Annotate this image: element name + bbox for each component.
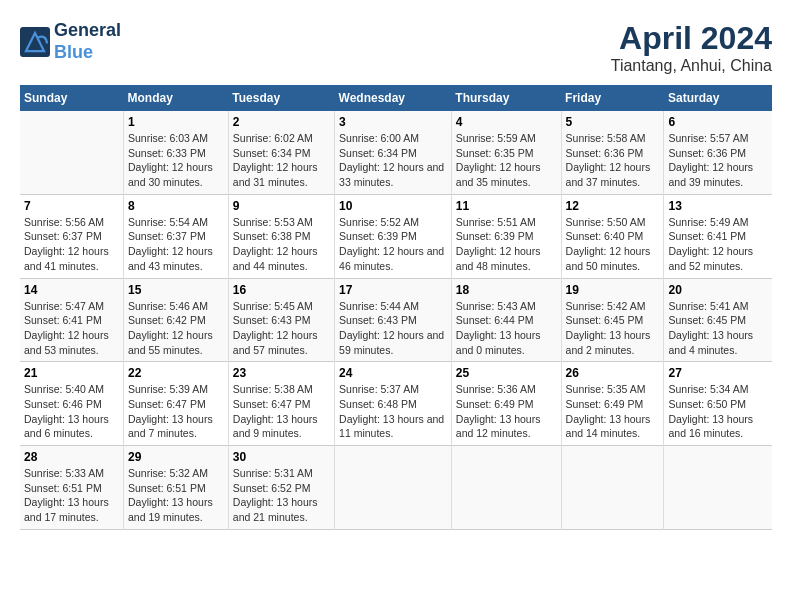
calendar-day-cell: 25Sunrise: 5:36 AMSunset: 6:49 PMDayligh… <box>451 362 561 446</box>
day-info: Sunrise: 5:34 AMSunset: 6:50 PMDaylight:… <box>668 382 768 441</box>
day-number: 7 <box>24 199 119 213</box>
day-number: 12 <box>566 199 660 213</box>
calendar-title: April 2024 <box>611 20 772 57</box>
day-info: Sunrise: 5:33 AMSunset: 6:51 PMDaylight:… <box>24 466 119 525</box>
day-of-week-header: Saturday <box>664 85 772 111</box>
day-info: Sunrise: 5:42 AMSunset: 6:45 PMDaylight:… <box>566 299 660 358</box>
day-number: 10 <box>339 199 447 213</box>
day-info: Sunrise: 6:02 AMSunset: 6:34 PMDaylight:… <box>233 131 330 190</box>
calendar-day-cell: 1Sunrise: 6:03 AMSunset: 6:33 PMDaylight… <box>124 111 229 194</box>
day-number: 9 <box>233 199 330 213</box>
day-number: 4 <box>456 115 557 129</box>
day-info: Sunrise: 6:00 AMSunset: 6:34 PMDaylight:… <box>339 131 447 190</box>
day-info: Sunrise: 5:56 AMSunset: 6:37 PMDaylight:… <box>24 215 119 274</box>
calendar-day-cell: 21Sunrise: 5:40 AMSunset: 6:46 PMDayligh… <box>20 362 124 446</box>
day-info: Sunrise: 5:51 AMSunset: 6:39 PMDaylight:… <box>456 215 557 274</box>
calendar-day-cell: 27Sunrise: 5:34 AMSunset: 6:50 PMDayligh… <box>664 362 772 446</box>
logo-icon <box>20 27 50 57</box>
calendar-week-row: 14Sunrise: 5:47 AMSunset: 6:41 PMDayligh… <box>20 278 772 362</box>
calendar-day-cell: 10Sunrise: 5:52 AMSunset: 6:39 PMDayligh… <box>335 194 452 278</box>
day-of-week-header: Friday <box>561 85 664 111</box>
day-of-week-header: Monday <box>124 85 229 111</box>
day-number: 2 <box>233 115 330 129</box>
calendar-day-cell <box>561 446 664 530</box>
calendar-day-cell: 13Sunrise: 5:49 AMSunset: 6:41 PMDayligh… <box>664 194 772 278</box>
day-info: Sunrise: 5:39 AMSunset: 6:47 PMDaylight:… <box>128 382 224 441</box>
day-number: 18 <box>456 283 557 297</box>
calendar-day-cell: 12Sunrise: 5:50 AMSunset: 6:40 PMDayligh… <box>561 194 664 278</box>
day-info: Sunrise: 6:03 AMSunset: 6:33 PMDaylight:… <box>128 131 224 190</box>
day-of-week-header: Wednesday <box>335 85 452 111</box>
day-number: 5 <box>566 115 660 129</box>
day-info: Sunrise: 5:53 AMSunset: 6:38 PMDaylight:… <box>233 215 330 274</box>
calendar-day-cell: 22Sunrise: 5:39 AMSunset: 6:47 PMDayligh… <box>124 362 229 446</box>
logo: General Blue <box>20 20 121 63</box>
day-info: Sunrise: 5:38 AMSunset: 6:47 PMDaylight:… <box>233 382 330 441</box>
day-info: Sunrise: 5:49 AMSunset: 6:41 PMDaylight:… <box>668 215 768 274</box>
calendar-day-cell <box>20 111 124 194</box>
page-header: General Blue April 2024 Tiantang, Anhui,… <box>20 20 772 75</box>
day-number: 28 <box>24 450 119 464</box>
day-number: 1 <box>128 115 224 129</box>
day-number: 22 <box>128 366 224 380</box>
day-info: Sunrise: 5:45 AMSunset: 6:43 PMDaylight:… <box>233 299 330 358</box>
day-number: 3 <box>339 115 447 129</box>
day-number: 26 <box>566 366 660 380</box>
logo-line2: Blue <box>54 42 121 64</box>
day-info: Sunrise: 5:35 AMSunset: 6:49 PMDaylight:… <box>566 382 660 441</box>
calendar-day-cell: 26Sunrise: 5:35 AMSunset: 6:49 PMDayligh… <box>561 362 664 446</box>
day-number: 29 <box>128 450 224 464</box>
day-info: Sunrise: 5:44 AMSunset: 6:43 PMDaylight:… <box>339 299 447 358</box>
calendar-day-cell: 15Sunrise: 5:46 AMSunset: 6:42 PMDayligh… <box>124 278 229 362</box>
day-number: 16 <box>233 283 330 297</box>
day-info: Sunrise: 5:57 AMSunset: 6:36 PMDaylight:… <box>668 131 768 190</box>
day-number: 6 <box>668 115 768 129</box>
calendar-day-cell <box>664 446 772 530</box>
day-info: Sunrise: 5:58 AMSunset: 6:36 PMDaylight:… <box>566 131 660 190</box>
calendar-day-cell: 28Sunrise: 5:33 AMSunset: 6:51 PMDayligh… <box>20 446 124 530</box>
day-number: 17 <box>339 283 447 297</box>
calendar-day-cell: 19Sunrise: 5:42 AMSunset: 6:45 PMDayligh… <box>561 278 664 362</box>
calendar-day-cell: 9Sunrise: 5:53 AMSunset: 6:38 PMDaylight… <box>228 194 334 278</box>
calendar-day-cell: 5Sunrise: 5:58 AMSunset: 6:36 PMDaylight… <box>561 111 664 194</box>
calendar-header-row: SundayMondayTuesdayWednesdayThursdayFrid… <box>20 85 772 111</box>
day-number: 23 <box>233 366 330 380</box>
calendar-day-cell: 7Sunrise: 5:56 AMSunset: 6:37 PMDaylight… <box>20 194 124 278</box>
day-info: Sunrise: 5:36 AMSunset: 6:49 PMDaylight:… <box>456 382 557 441</box>
day-number: 30 <box>233 450 330 464</box>
logo-line1: General <box>54 20 121 42</box>
calendar-day-cell: 14Sunrise: 5:47 AMSunset: 6:41 PMDayligh… <box>20 278 124 362</box>
calendar-day-cell: 3Sunrise: 6:00 AMSunset: 6:34 PMDaylight… <box>335 111 452 194</box>
calendar-day-cell: 30Sunrise: 5:31 AMSunset: 6:52 PMDayligh… <box>228 446 334 530</box>
calendar-day-cell: 11Sunrise: 5:51 AMSunset: 6:39 PMDayligh… <box>451 194 561 278</box>
day-info: Sunrise: 5:52 AMSunset: 6:39 PMDaylight:… <box>339 215 447 274</box>
calendar-day-cell: 24Sunrise: 5:37 AMSunset: 6:48 PMDayligh… <box>335 362 452 446</box>
day-info: Sunrise: 5:41 AMSunset: 6:45 PMDaylight:… <box>668 299 768 358</box>
day-number: 8 <box>128 199 224 213</box>
day-info: Sunrise: 5:54 AMSunset: 6:37 PMDaylight:… <box>128 215 224 274</box>
day-of-week-header: Sunday <box>20 85 124 111</box>
day-number: 14 <box>24 283 119 297</box>
calendar-table: SundayMondayTuesdayWednesdayThursdayFrid… <box>20 85 772 530</box>
day-info: Sunrise: 5:50 AMSunset: 6:40 PMDaylight:… <box>566 215 660 274</box>
calendar-day-cell: 20Sunrise: 5:41 AMSunset: 6:45 PMDayligh… <box>664 278 772 362</box>
calendar-day-cell <box>335 446 452 530</box>
calendar-day-cell: 8Sunrise: 5:54 AMSunset: 6:37 PMDaylight… <box>124 194 229 278</box>
day-info: Sunrise: 5:40 AMSunset: 6:46 PMDaylight:… <box>24 382 119 441</box>
day-number: 27 <box>668 366 768 380</box>
calendar-subtitle: Tiantang, Anhui, China <box>611 57 772 75</box>
calendar-day-cell: 6Sunrise: 5:57 AMSunset: 6:36 PMDaylight… <box>664 111 772 194</box>
day-of-week-header: Tuesday <box>228 85 334 111</box>
calendar-day-cell: 23Sunrise: 5:38 AMSunset: 6:47 PMDayligh… <box>228 362 334 446</box>
day-of-week-header: Thursday <box>451 85 561 111</box>
day-number: 15 <box>128 283 224 297</box>
calendar-day-cell: 16Sunrise: 5:45 AMSunset: 6:43 PMDayligh… <box>228 278 334 362</box>
calendar-day-cell <box>451 446 561 530</box>
day-info: Sunrise: 5:47 AMSunset: 6:41 PMDaylight:… <box>24 299 119 358</box>
calendar-day-cell: 17Sunrise: 5:44 AMSunset: 6:43 PMDayligh… <box>335 278 452 362</box>
day-info: Sunrise: 5:43 AMSunset: 6:44 PMDaylight:… <box>456 299 557 358</box>
calendar-day-cell: 2Sunrise: 6:02 AMSunset: 6:34 PMDaylight… <box>228 111 334 194</box>
day-number: 19 <box>566 283 660 297</box>
day-info: Sunrise: 5:37 AMSunset: 6:48 PMDaylight:… <box>339 382 447 441</box>
calendar-day-cell: 4Sunrise: 5:59 AMSunset: 6:35 PMDaylight… <box>451 111 561 194</box>
